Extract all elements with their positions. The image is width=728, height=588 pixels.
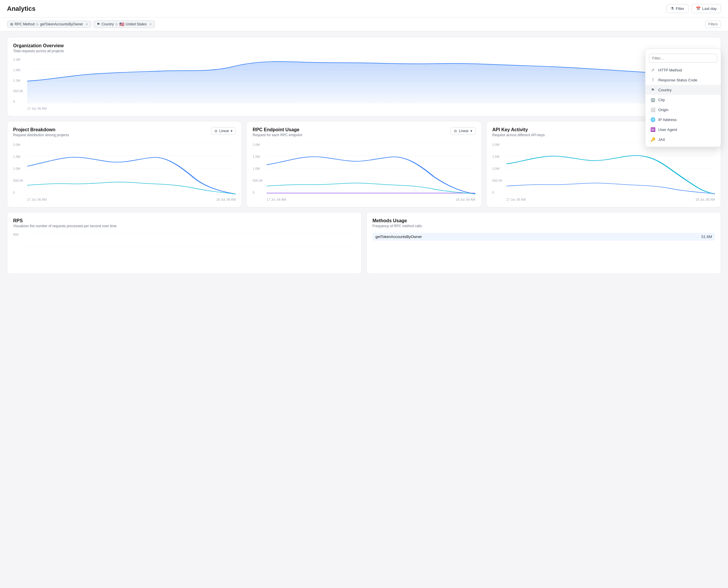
methods-usage-subtitle: Frequency of RPC method calls (372, 224, 715, 228)
http-method-icon: ↗ (650, 68, 656, 72)
project-breakdown-chart: 2.0M 1.5M 1.0M 500.0K 0 (13, 143, 236, 201)
rps-subtitle: Visualizes the number of requests proces… (13, 224, 356, 228)
remove-country-chip[interactable]: × (149, 22, 152, 26)
last-day-button[interactable]: 📅 Last day (691, 4, 721, 13)
dropdown-item-country-label: Country (658, 88, 672, 92)
dropdown-item-user-agent-label: User Agent (658, 127, 677, 132)
org-overview-chart: 2.2M 1.6M 1.1M 550.0K 0 (13, 58, 715, 110)
dropdown-item-origin-label: Origin (658, 108, 668, 112)
chip-field-country: Country (102, 22, 114, 26)
org-overview-subtitle: Total requests across all projects (13, 49, 715, 53)
country-flag-icon: ⚑ (97, 22, 100, 26)
rpc-endpoint-title: RPC Endpoint Usage (253, 127, 302, 132)
methods-row-value: 51.6M (702, 234, 712, 239)
rps-card: RPS Visualizes the number of requests pr… (7, 212, 362, 274)
rpc-endpoint-dropdown[interactable]: ⚖ Linear ▾ (451, 127, 475, 135)
dropdown-item-ip-label: IP Address (658, 118, 677, 122)
filter-chip-rpc: ⊞ RPC Method is getTokenAccountsByOwner … (7, 21, 91, 28)
methods-row: getTokenAccountsByOwner 51.6M (372, 233, 715, 240)
remove-rpc-chip[interactable]: × (86, 22, 88, 26)
dropdown-item-city-label: City (658, 98, 665, 102)
city-icon: 🏢 (650, 98, 656, 102)
project-breakdown-dropdown[interactable]: ⚖ Linear ▾ (211, 127, 236, 135)
rpc-endpoint-dropdown-label: Linear (459, 129, 469, 133)
filter-button[interactable]: ⚗ Filter (666, 4, 689, 13)
filter-bar: ⊞ RPC Method is getTokenAccountsByOwner … (0, 18, 728, 31)
dropdown-item-response-status[interactable]: ⤴ Response Status Code (645, 75, 721, 85)
org-overview-x-labels: 17 Jul, 06 AM 18 Jul, 06 AM (27, 107, 715, 110)
filter-icon: ⚗ (670, 6, 674, 11)
more-filters-label: Filters (708, 22, 718, 26)
api-key-subtitle: Request across different API keys (492, 133, 545, 137)
dropdown-item-http-method[interactable]: ↗ HTTP Method (645, 65, 721, 75)
rpc-endpoint-header: RPC Endpoint Usage Request for each RPC … (253, 127, 475, 142)
calendar-icon: 📅 (696, 6, 701, 11)
more-filters-button[interactable]: Filters (705, 21, 721, 28)
main-content: ↗ HTTP Method ⤴ Response Status Code ⚑ C… (0, 31, 728, 280)
methods-row-label: getTokenAccountsByOwner (375, 234, 422, 239)
origin-icon: ⬜ (650, 107, 656, 112)
header-actions: ⚗ Filter 📅 Last day (666, 4, 721, 13)
chip-field-rpc: RPC Method (15, 22, 35, 26)
dropdown-item-response-status-label: Response Status Code (658, 78, 698, 82)
project-breakdown-header: Project Breakdown Request distribution a… (13, 127, 236, 142)
chevron-down-icon-2: ▾ (471, 129, 472, 133)
dropdown-item-ja4[interactable]: 🔑 JA4 (645, 134, 721, 144)
filter-label: Filter (676, 6, 684, 11)
user-agent-icon: 🆔 (650, 127, 656, 132)
filter-dropdown: ↗ HTTP Method ⤴ Response Status Code ⚑ C… (645, 49, 721, 147)
us-flag: 🇺🇸 (119, 22, 124, 26)
page-title: Analytics (7, 5, 36, 13)
dropdown-item-user-agent[interactable]: 🆔 User Agent (645, 125, 721, 134)
project-breakdown-dropdown-label: Linear (219, 129, 229, 133)
sliders-icon-1: ⚖ (214, 129, 217, 133)
bottom-cards: RPS Visualizes the number of requests pr… (7, 212, 721, 274)
org-overview-svg (27, 58, 715, 103)
api-key-title: API Key Activity (492, 127, 545, 132)
three-chart-row: Project Breakdown Request distribution a… (7, 121, 721, 207)
org-overview-y-labels: 2.2M 1.6M 1.1M 550.0K 0 (13, 58, 27, 103)
methods-usage-title: Methods Usage (372, 218, 715, 224)
filter-chip-country: ⚑ Country is 🇺🇸 United States × (93, 20, 155, 28)
rpc-endpoint-subtitle: Request for each RPC endpoint (253, 133, 302, 137)
dropdown-item-http-method-label: HTTP Method (658, 68, 682, 72)
response-status-icon: ⤴ (650, 78, 656, 82)
chip-value-rpc: getTokenAccountsByOwner (40, 22, 83, 26)
page-header: Analytics ⚗ Filter 📅 Last day (0, 0, 728, 18)
ip-icon: 🌐 (650, 117, 656, 122)
org-overview-card: Organization Overview Total requests acr… (7, 37, 721, 117)
org-overview-title: Organization Overview (13, 43, 715, 48)
api-key-chart: 2.0M 1.5M 1.0M 500.0K 0 (492, 143, 715, 201)
dropdown-item-city[interactable]: 🏢 City (645, 95, 721, 105)
country-icon: ⚑ (650, 87, 656, 92)
dropdown-item-country[interactable]: ⚑ Country (645, 85, 721, 95)
chevron-down-icon-1: ▾ (231, 129, 232, 133)
dropdown-item-ja4-label: JA4 (658, 138, 665, 142)
rpc-endpoint-card: RPC Endpoint Usage Request for each RPC … (247, 121, 481, 207)
project-breakdown-title: Project Breakdown (13, 127, 69, 132)
dropdown-item-origin[interactable]: ⬜ Origin (645, 105, 721, 114)
last-day-label: Last day (702, 6, 716, 11)
methods-table: getTokenAccountsByOwner 51.6M (372, 233, 715, 240)
project-breakdown-card: Project Breakdown Request distribution a… (7, 121, 242, 207)
rpc-endpoint-chart: 2.0M 1.5M 1.0M 500.0K 0 (253, 143, 475, 201)
methods-usage-card: Methods Usage Frequency of RPC method ca… (366, 212, 721, 274)
dropdown-item-ip[interactable]: 🌐 IP Address (645, 114, 721, 125)
rps-chart: 800 (13, 233, 356, 268)
ja4-icon: 🔑 (650, 137, 656, 142)
dropdown-search-container (645, 51, 721, 65)
project-breakdown-subtitle: Request distribution among projects (13, 133, 69, 137)
rpc-method-icon: ⊞ (10, 22, 13, 26)
sliders-icon-2: ⚖ (454, 129, 457, 133)
chip-operator-rpc: is (36, 22, 39, 26)
chip-operator-country: is (115, 22, 118, 26)
rps-title: RPS (13, 218, 356, 224)
chip-value-country: United States (126, 22, 147, 26)
filter-search-input[interactable] (649, 54, 717, 63)
